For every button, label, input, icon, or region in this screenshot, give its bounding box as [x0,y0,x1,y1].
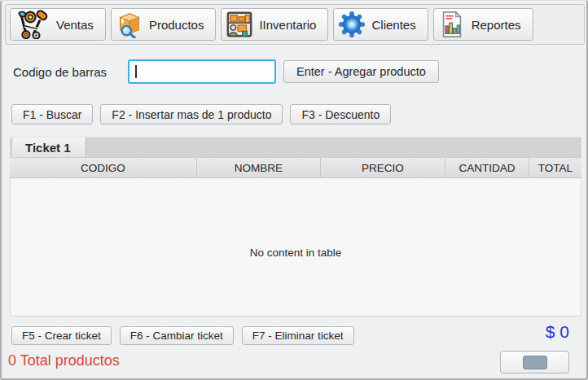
quick-actions-row: F1 - Buscar F2 - Insertar mas de 1 produ… [11,104,391,124]
ticket-table-body: No content in table [10,178,581,317]
barcode-input-wrap [128,59,276,84]
toolbar-item-inventario[interactable]: IInventario [221,8,328,41]
toolbar-item-label: Productos [149,18,204,32]
gear-icon [338,11,366,38]
toolbar-item-ventas[interactable]: Ventas [10,8,106,41]
f6-change-ticket-button[interactable]: F6 - Cambiar ticket [120,326,234,345]
toolbar-item-label: Reportes [472,18,521,32]
empty-table-message: No content in table [11,247,581,259]
toolbar-item-label: Clientes [371,18,415,32]
f1-search-button[interactable]: F1 - Buscar [11,104,93,124]
tab-ticket-1[interactable]: Ticket 1 [12,138,86,157]
f3-discount-button[interactable]: F3 - Descuento [290,104,391,124]
pos-window: { "colors": { "accent": "#3daee9", "amou… [0,0,588,380]
column-header-nombre[interactable]: NOMBRE [197,158,321,177]
ticket-actions-row: F5 - Crear ticket F6 - Cambiar ticket F7… [11,326,354,345]
toggle-switch[interactable] [500,351,569,373]
f7-delete-ticket-button[interactable]: F7 - Eliminar ticket [242,326,354,345]
box-search-icon [116,11,143,38]
toolbar-item-label: Ventas [56,18,94,32]
column-header-total[interactable]: TOTAL [529,158,581,177]
ticket-tabbar: Ticket 1 [10,137,581,157]
f5-create-ticket-button[interactable]: F5 - Crear ticket [11,326,112,345]
add-product-button[interactable]: Enter - Agregar producto [283,60,439,83]
toolbar-item-clientes[interactable]: Clientes [333,8,428,41]
warehouse-icon [226,11,253,38]
hand-truck-icon [15,10,50,39]
main-toolbar: Ventas Productos [5,4,585,45]
column-header-cantidad[interactable]: CANTIDAD [445,158,529,177]
barcode-label: Codigo de barras [13,65,107,79]
toolbar-item-productos[interactable]: Productos [111,8,217,41]
barcode-input[interactable] [128,59,276,84]
total-amount: $ 0 [546,322,569,342]
toolbar-item-reportes[interactable]: Reportes [433,8,533,41]
column-header-precio[interactable]: PRECIO [321,158,445,177]
ticket-table-header: CODIGO NOMBRE PRECIO CANTIDAD TOTAL [10,157,581,178]
column-header-codigo[interactable]: CODIGO [10,158,197,177]
toolbar-item-label: IInventario [259,18,316,32]
switch-knob-icon [523,356,547,369]
total-products-label: 0 Total productos [8,352,120,369]
text-caret [135,65,137,78]
f2-multi-insert-button[interactable]: F2 - Insertar mas de 1 producto [100,104,283,124]
report-chart-icon [438,11,466,38]
